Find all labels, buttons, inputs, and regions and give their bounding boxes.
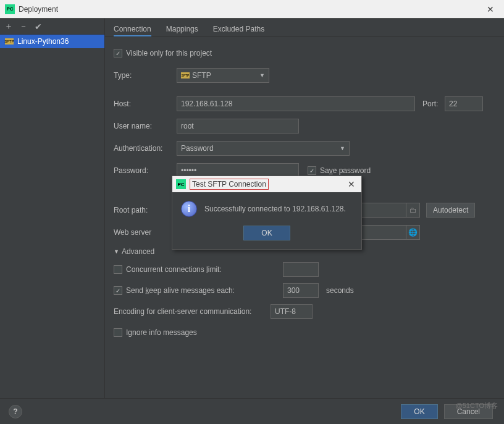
type-value: SFTP bbox=[192, 71, 211, 80]
dialog-message: Successfully connected to 192.168.61.128… bbox=[204, 205, 346, 213]
encoding-label: Encoding for client-server communication… bbox=[114, 307, 271, 316]
remove-button[interactable]: － bbox=[19, 22, 28, 32]
visible-only-checkbox[interactable] bbox=[114, 49, 122, 57]
auth-select[interactable]: Password ▼ bbox=[177, 141, 350, 156]
browse-folder-icon[interactable]: 🗀 bbox=[406, 203, 420, 218]
dialog-titlebar: PC Test SFTP Connection ✕ bbox=[172, 176, 361, 192]
chevron-down-icon: ▼ bbox=[114, 248, 119, 255]
seconds-label: seconds bbox=[326, 286, 354, 295]
auth-value: Password bbox=[181, 144, 214, 153]
dialog-footer: ? OK Cancel bbox=[0, 398, 504, 424]
root-path-label: Root path: bbox=[114, 206, 177, 214]
keepalive-input[interactable]: 300 bbox=[283, 283, 319, 298]
tabs: Connection Mappings Excluded Paths bbox=[105, 19, 504, 37]
server-list: SFTP Linux-Python36 bbox=[0, 35, 104, 48]
host-input[interactable]: 192.168.61.128 bbox=[177, 96, 415, 111]
autodetect-button[interactable]: Autodetect bbox=[426, 203, 475, 218]
port-input[interactable]: 22 bbox=[445, 96, 483, 111]
type-select[interactable]: SFTP SFTP ▼ bbox=[177, 68, 269, 83]
info-icon: i bbox=[181, 201, 197, 217]
window-close-icon[interactable]: ✕ bbox=[482, 4, 499, 14]
window-titlebar: PC Deployment ✕ bbox=[0, 0, 504, 19]
pycharm-icon: PC bbox=[5, 4, 15, 14]
sidebar-toolbar: ＋ － ✔ bbox=[0, 19, 104, 35]
concurrent-label: Concurrent connections limit: bbox=[126, 265, 283, 274]
host-label: Host: bbox=[114, 100, 177, 108]
concurrent-checkbox[interactable] bbox=[114, 265, 122, 274]
dialog-ok-button[interactable]: OK bbox=[243, 226, 290, 240]
test-connection-dialog: PC Test SFTP Connection ✕ i Successfully… bbox=[172, 176, 362, 250]
ignore-info-checkbox[interactable] bbox=[114, 328, 122, 337]
advanced-section: Concurrent connections limit: Send keep … bbox=[114, 262, 495, 340]
ok-button[interactable]: OK bbox=[401, 404, 437, 419]
sidebar-item-linux-python36[interactable]: SFTP Linux-Python36 bbox=[0, 35, 104, 48]
concurrent-input[interactable] bbox=[283, 262, 319, 277]
visible-only-label: Visible only for this project bbox=[126, 49, 212, 57]
chevron-down-icon: ▼ bbox=[340, 145, 345, 151]
watermark: @51CTO博客 bbox=[456, 401, 498, 410]
tab-excluded-paths[interactable]: Excluded Paths bbox=[213, 22, 264, 36]
port-label: Port: bbox=[422, 100, 445, 108]
sidebar: ＋ － ✔ SFTP Linux-Python36 bbox=[0, 19, 105, 398]
pycharm-icon: PC bbox=[176, 179, 186, 189]
sftp-server-icon: SFTP bbox=[5, 38, 14, 45]
ignore-info-label: Ignore info messages bbox=[126, 328, 197, 337]
window-title: Deployment bbox=[19, 5, 482, 14]
save-password-checkbox[interactable] bbox=[308, 166, 316, 175]
tab-mappings[interactable]: Mappings bbox=[166, 22, 198, 36]
add-button[interactable]: ＋ bbox=[4, 22, 14, 32]
globe-icon[interactable]: 🌐 bbox=[406, 225, 420, 240]
password-label: Password: bbox=[114, 166, 177, 175]
sftp-icon: SFTP bbox=[181, 72, 190, 78]
auth-label: Authentication: bbox=[114, 144, 177, 153]
save-password-label: Save password bbox=[320, 166, 371, 175]
chevron-down-icon: ▼ bbox=[259, 72, 265, 78]
apply-icon[interactable]: ✔ bbox=[33, 22, 43, 32]
username-label: User name: bbox=[114, 122, 177, 130]
dialog-footer-inner: OK bbox=[172, 221, 361, 249]
keepalive-checkbox[interactable] bbox=[114, 286, 122, 295]
sidebar-item-label: Linux-Python36 bbox=[17, 37, 69, 46]
help-button[interactable]: ? bbox=[9, 405, 22, 418]
keepalive-label: Send keep alive messages each: bbox=[126, 286, 283, 295]
tab-connection[interactable]: Connection bbox=[114, 22, 151, 36]
dialog-body: i Successfully connected to 192.168.61.1… bbox=[172, 192, 361, 221]
dialog-title: Test SFTP Connection bbox=[190, 180, 345, 189]
advanced-label: Advanced bbox=[122, 247, 154, 256]
username-input[interactable]: root bbox=[177, 119, 299, 134]
dialog-close-icon[interactable]: ✕ bbox=[345, 179, 358, 189]
web-server-label: Web server bbox=[114, 228, 177, 237]
encoding-input[interactable]: UTF-8 bbox=[271, 304, 313, 319]
type-label: Type: bbox=[114, 71, 177, 80]
